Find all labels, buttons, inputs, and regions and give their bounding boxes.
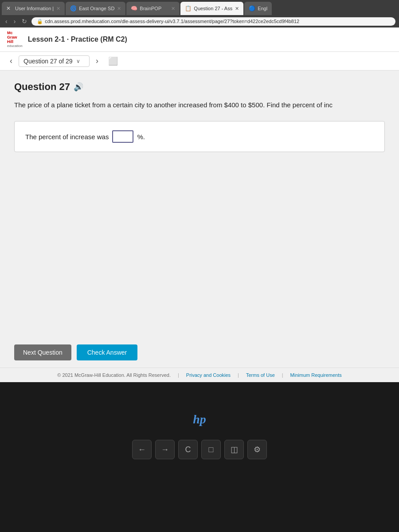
tab-question27[interactable]: 📋 Question 27 - Ass ✕ [180, 2, 243, 15]
action-buttons: Next Question Check Answer [0, 337, 399, 368]
back-key[interactable]: ← [132, 440, 152, 459]
page-content: Mc Graw Hill education Lesson 2-1 · Prac… [0, 27, 399, 382]
answer-prefix-text: The percent of increase was [25, 133, 109, 141]
next-question-button[interactable]: Next Question [14, 344, 71, 360]
tab-engl[interactable]: 🔵 Engl [244, 2, 272, 15]
question-heading-text: Question 27 [14, 81, 70, 93]
forward-button[interactable]: › [12, 17, 18, 26]
bookmark-icon[interactable]: ⬜ [108, 56, 118, 66]
tab-label-engl: Engl [258, 6, 267, 11]
hp-logo: hp [193, 412, 206, 426]
answer-box: The percent of increase was %. [14, 121, 385, 152]
next-question-nav-button[interactable]: › [93, 55, 101, 67]
tab-label-east-orange: East Orange SD [79, 6, 114, 11]
question-area: Question 27 🔊 The price of a plane ticke… [0, 70, 399, 337]
prev-question-button[interactable]: ‹ [7, 55, 15, 67]
percent-sign: %. [137, 133, 145, 141]
page-footer: © 2021 McGraw-Hill Education. All Rights… [0, 368, 399, 382]
tab-label-q27: Question 27 - Ass [194, 6, 232, 11]
tab-user-information[interactable]: ✕ User Information | ✕ [2, 2, 65, 15]
chevron-down-icon: ∨ [76, 58, 80, 64]
question-text: The price of a plane ticket from a certa… [14, 100, 385, 110]
forward-key[interactable]: → [155, 440, 175, 459]
tab-favicon-q27: 📋 [185, 5, 191, 12]
tab-favicon-brainpop: 🧠 [131, 5, 137, 12]
lock-icon: 🔒 [37, 19, 43, 24]
tab-close-q27[interactable]: ✕ [235, 6, 239, 12]
tab-close-east-orange[interactable]: ✕ [117, 6, 121, 12]
lesson-title: Lesson 2-1 · Practice (RM C2) [28, 35, 127, 43]
footer-terms-link[interactable]: Terms of Use [246, 372, 275, 378]
tab-favicon-engl: 🔵 [249, 5, 255, 12]
tab-close-user[interactable]: ✕ [56, 6, 60, 12]
tab-label-user: User Information | [15, 6, 54, 11]
address-text: cdn.assess.prod.mheducation.com/dle-asse… [45, 19, 299, 24]
refresh-key[interactable]: C [178, 440, 198, 459]
footer-separator2: | [238, 372, 239, 378]
browser-chrome: ✕ User Information | ✕ 🌀 East Orange SD … [0, 0, 399, 27]
back-button[interactable]: ‹ [4, 17, 9, 26]
address-bar-row: ‹ › ↻ 🔒 cdn.assess.prod.mheducation.com/… [0, 15, 399, 27]
keys-row: ← → C □ ◫ ⚙ [132, 440, 267, 459]
answer-input[interactable] [112, 130, 133, 143]
question-heading: Question 27 🔊 [14, 81, 385, 93]
footer-privacy-link[interactable]: Privacy and Cookies [186, 372, 231, 378]
split-key[interactable]: ◫ [224, 440, 244, 459]
footer-copyright: © 2021 McGraw-Hill Education. All Rights… [57, 372, 171, 378]
tab-label-brainpop: BrainPOP [140, 6, 161, 11]
tab-favicon-east-orange: 🌀 [70, 5, 76, 12]
check-answer-button[interactable]: Check Answer [77, 344, 137, 360]
settings-key[interactable]: ⚙ [247, 440, 267, 459]
page-header: Mc Graw Hill education Lesson 2-1 · Prac… [0, 27, 399, 52]
question-selector-text: Question 27 of 29 [23, 58, 73, 65]
tab-close-brainpop[interactable]: ✕ [171, 6, 175, 12]
footer-separator3: | [282, 372, 283, 378]
tab-favicon-user: ✕ [6, 5, 12, 12]
question-nav: ‹ Question 27 of 29 ∨ › ⬜ [0, 52, 399, 70]
address-bar[interactable]: 🔒 cdn.assess.prod.mheducation.com/dle-as… [31, 17, 395, 26]
footer-separator1: | [178, 372, 179, 378]
tab-bar: ✕ User Information | ✕ 🌀 East Orange SD … [0, 0, 399, 15]
question-selector[interactable]: Question 27 of 29 ∨ [19, 55, 90, 67]
speaker-icon[interactable]: 🔊 [74, 82, 83, 92]
tab-brainpop[interactable]: 🧠 BrainPOP ✕ [126, 2, 180, 15]
tab-east-orange[interactable]: 🌀 East Orange SD ✕ [66, 2, 125, 15]
keyboard-area: ← → C □ ◫ ⚙ [132, 440, 267, 459]
square-key[interactable]: □ [201, 440, 221, 459]
mcgraw-logo: Mc Graw Hill education [7, 31, 23, 48]
footer-requirements-link[interactable]: Minimum Requirements [290, 372, 342, 378]
laptop-bottom: hp ← → C □ ◫ ⚙ [0, 382, 399, 532]
answer-label: The percent of increase was %. [25, 130, 374, 143]
refresh-button[interactable]: ↻ [20, 17, 29, 26]
brand-sub: education [7, 44, 23, 48]
